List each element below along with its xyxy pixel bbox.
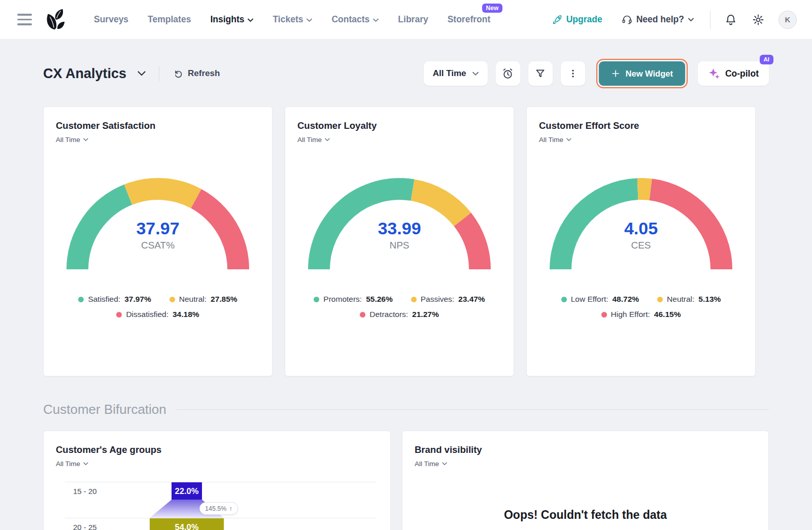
card-time-filter-value: All Time [297, 136, 322, 144]
main-content: CX Analytics Refresh All Time [0, 40, 812, 530]
gauge-value: 33.99 [307, 219, 492, 238]
brand-logo[interactable] [42, 7, 67, 32]
funnel-gridline [65, 482, 376, 482]
upgrade-link[interactable]: Upgrade [549, 14, 605, 25]
chevron-down-icon [138, 71, 146, 77]
nav-item-library[interactable]: Library [398, 14, 428, 25]
divider [710, 11, 710, 29]
chevron-down-icon [83, 138, 88, 142]
funnel-row-label: 20 - 25 [73, 518, 97, 530]
legend-item: Dissatisfied: 34.18% [116, 310, 199, 319]
legend-dot [78, 297, 84, 302]
chevron-down-icon [472, 72, 479, 76]
increase-arrow-icon: ↑ [229, 505, 232, 512]
gear-icon [752, 14, 764, 26]
dashboard-switcher-button[interactable] [134, 70, 149, 77]
page-title: CX Analytics [43, 66, 126, 82]
funnel-row-label: 15 - 20 [73, 482, 97, 500]
legend-label: Dissatisfied: [126, 310, 168, 319]
legend-value: 48.72% [613, 295, 639, 304]
headset-icon [622, 14, 632, 25]
notifications-button[interactable] [724, 13, 738, 27]
gauge-unit: CES [548, 240, 734, 251]
gauge-wrap: 37.97 CSAT% [65, 176, 251, 271]
growth-pill: 145.5%↑ [199, 502, 238, 515]
more-options-button[interactable] [561, 61, 585, 86]
gauge-value: 4.05 [548, 219, 734, 238]
age-groups-card: Customer's Age groups All Time 15 - 2022… [43, 431, 391, 530]
schedule-alert-button[interactable] [496, 61, 520, 86]
chevron-down-icon [442, 462, 447, 466]
legend-value: 34.18% [173, 310, 199, 319]
legend-dot [411, 297, 417, 302]
chevron-down-icon [325, 138, 330, 142]
brand-visibility-card: Brand visibility All Time Oops! Couldn't… [402, 431, 769, 530]
card-time-filter[interactable]: All Time [56, 136, 88, 144]
copilot-button[interactable]: Co-pilot [698, 61, 769, 86]
funnel-bar: 54.0% [150, 518, 224, 530]
legend-item: Satisfied: 37.97% [78, 295, 151, 304]
new-badge: New [482, 4, 503, 13]
nav-right-actions: Upgrade Need help? [549, 11, 797, 29]
sparkle-icon [708, 67, 721, 80]
nav-item-insights[interactable]: Insights [210, 14, 253, 25]
nav-item-label: Surveys [94, 14, 128, 25]
legend-item: Passives: 23.47% [411, 295, 485, 304]
card-time-filter-value: All Time [56, 460, 80, 468]
new-widget-label: New Widget [626, 69, 673, 79]
nav-item-label: Insights [210, 14, 244, 25]
bell-icon [725, 14, 737, 26]
nav-item-contacts[interactable]: Contacts [331, 14, 379, 25]
leaf-logo-icon [42, 7, 67, 32]
refresh-button[interactable]: Refresh [171, 68, 223, 79]
card-time-filter-value: All Time [56, 136, 80, 144]
legend-item: Detractors: 21.27% [360, 310, 438, 319]
card-time-filter[interactable]: All Time [56, 460, 88, 468]
time-range-dropdown[interactable]: All Time [424, 61, 488, 86]
alarm-clock-icon [501, 67, 514, 80]
legend-dot [170, 297, 175, 302]
gauge-unit: NPS [307, 240, 492, 251]
nav-item-label: Templates [148, 14, 191, 25]
customer-bifurcation-section-header: Customer Bifurcation [43, 402, 769, 417]
filter-button[interactable] [528, 61, 553, 86]
nav-item-surveys[interactable]: Surveys [94, 14, 128, 25]
filter-funnel-icon [534, 68, 546, 80]
card-time-filter[interactable]: All Time [539, 136, 571, 144]
nav-item-tickets[interactable]: Tickets [273, 14, 312, 25]
settings-button[interactable] [751, 13, 765, 27]
age-groups-funnel-chart: 15 - 2022.0%145.5%↑20 - 2554.0% [56, 482, 378, 530]
chevron-down-icon [688, 18, 694, 22]
card-time-filter[interactable]: All Time [415, 460, 447, 468]
card-time-filter-value: All Time [539, 136, 563, 144]
hamburger-menu-button[interactable] [15, 12, 34, 27]
customer-satisfaction-card: Customer Satisfaction All Time 37.97 CSA… [43, 107, 273, 376]
time-range-value: All Time [433, 68, 466, 79]
divider [159, 66, 159, 81]
nav-item-templates[interactable]: Templates [148, 14, 191, 25]
gauge-wrap: 33.99 NPS [307, 176, 492, 271]
need-help-menu[interactable]: Need help? [619, 14, 697, 25]
new-widget-button[interactable]: New Widget [599, 61, 685, 86]
rocket-icon [552, 15, 562, 25]
gauge-legend: Low Effort: 48.72% Neutral: 5.13% High E… [539, 295, 743, 319]
legend-dot [314, 297, 319, 302]
nav-item-label: Contacts [331, 14, 369, 25]
legend-value: 21.27% [412, 310, 439, 319]
chevron-down-icon [373, 18, 379, 22]
legend-value: 37.97% [124, 295, 151, 304]
nav-items: Surveys Templates Insights Tickets Conta… [94, 14, 490, 25]
legend-label: Promoters: [323, 295, 362, 304]
card-time-filter[interactable]: All Time [297, 136, 330, 144]
section-title: Customer Bifurcation [43, 402, 166, 417]
ai-badge: AI [760, 55, 774, 64]
card-time-filter-value: All Time [415, 460, 439, 468]
card-title: Customer Satisfaction [56, 120, 260, 131]
customer-effort-score-card: Customer Effort Score All Time 4.05 CES … [526, 107, 756, 376]
nav-item-storefront[interactable]: Storefront New [448, 14, 491, 25]
legend-label: Neutral: [179, 295, 207, 304]
legend-value: 55.26% [366, 295, 393, 304]
legend-label: Passives: [421, 295, 454, 304]
avatar[interactable]: K [779, 11, 797, 29]
gauge-center: 4.05 CES [548, 219, 734, 251]
